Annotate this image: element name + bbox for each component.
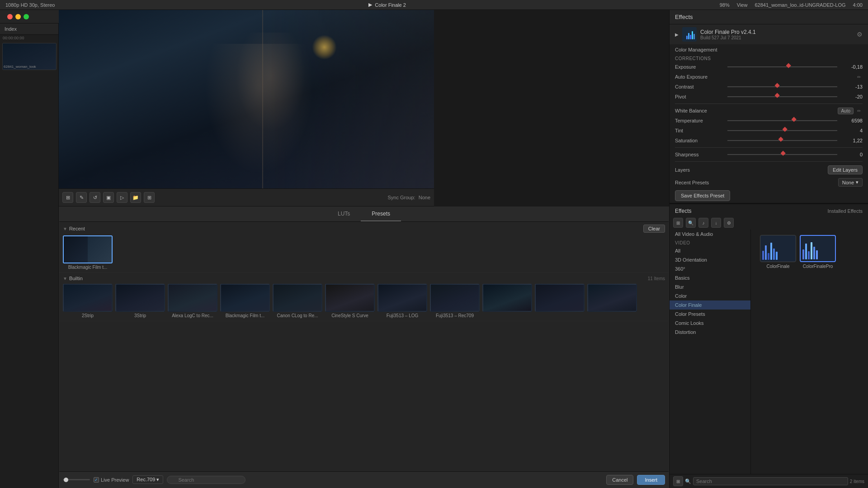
cfp-logo-icon xyxy=(682,27,697,42)
cancel-button[interactable]: Cancel xyxy=(606,475,633,485)
tool-btn-6[interactable]: 📁 xyxy=(130,192,141,203)
effects-search-grid-icon[interactable]: ⊞ xyxy=(673,476,683,486)
tool-btn-3[interactable]: ↺ xyxy=(90,192,100,203)
preset-thumb-fuji-log[interactable] xyxy=(377,284,427,312)
tool-btn-2[interactable]: ✎ xyxy=(76,192,87,203)
preset-thumb-alexa[interactable] xyxy=(168,284,217,312)
preset-thumb-extra2[interactable] xyxy=(535,284,585,312)
effects-icon-grid[interactable]: ⊞ xyxy=(673,218,683,228)
minimize-btn[interactable] xyxy=(15,14,21,19)
effects-item-all-video[interactable]: All Video & Audio xyxy=(670,230,750,239)
effects-item-color-finale[interactable]: Color Finale xyxy=(670,300,750,310)
preset-item-extra1[interactable] xyxy=(482,284,532,318)
preset-item-3strip[interactable]: 3Strip xyxy=(115,284,165,318)
top-bar-right: 98% View 62841_woman_loo..id-UNGRADED-LO… xyxy=(720,2,863,8)
clear-button[interactable]: Clear xyxy=(643,225,665,233)
effects-item-all[interactable]: All xyxy=(670,246,750,255)
cfp-header[interactable]: ▶ Color Finale Pro v2.4.1 Build 527 Jul … xyxy=(670,24,868,44)
param-slider-exposure[interactable] xyxy=(727,66,837,67)
search-input[interactable] xyxy=(167,476,245,484)
recent-header: ▼ Recent Clear xyxy=(63,225,665,233)
auto-exposure-edit-icon[interactable]: ✏ xyxy=(855,73,863,80)
effects-item-color[interactable]: Color xyxy=(670,291,750,300)
effects-item-basics[interactable]: Basics xyxy=(670,273,750,282)
tool-btn-5[interactable]: ▷ xyxy=(117,192,127,203)
effects-item-360[interactable]: 360° xyxy=(670,264,750,273)
param-slider-tint[interactable] xyxy=(727,130,837,131)
param-slider-sharpness[interactable] xyxy=(727,154,837,155)
save-effects-preset-button[interactable]: Save Effects Preset xyxy=(675,190,730,201)
live-preview-checkbox[interactable]: ✓ xyxy=(94,477,99,483)
insert-button[interactable]: Insert xyxy=(637,475,665,485)
tool-btn-1[interactable]: ⊞ xyxy=(62,192,73,203)
resolution-label: 1080p HD 30p, Stereo xyxy=(5,2,55,8)
divider-2 xyxy=(675,147,863,148)
preset-thumb-blackmagic[interactable] xyxy=(63,235,113,263)
preset-thumb-2strip[interactable] xyxy=(63,284,113,312)
auto-badge[interactable]: Auto xyxy=(838,108,854,114)
effects-icon-search[interactable]: 🔍 xyxy=(686,218,696,228)
effect-thumb-colorfinale[interactable] xyxy=(760,235,796,262)
tool-btn-4[interactable]: ▣ xyxy=(103,192,114,203)
live-preview-check[interactable]: ✓ Live Preview xyxy=(94,477,129,483)
maximize-btn[interactable] xyxy=(24,14,29,19)
param-slider-temperature[interactable] xyxy=(727,120,837,121)
effects-header: Effects xyxy=(670,10,868,24)
preset-thumb-cinestyle[interactable] xyxy=(325,284,375,312)
preset-item-blackmagic[interactable]: Blackmagic Film t... xyxy=(63,235,113,270)
effects-item-color-presets[interactable]: Color Presets xyxy=(670,310,750,319)
preset-thumb-extra3[interactable] xyxy=(587,284,637,312)
rec-dropdown[interactable]: Rec.709 ▾ xyxy=(132,475,163,484)
preset-item-blackmagic2[interactable]: Blackmagic Film t... xyxy=(220,284,270,318)
preset-thumb-fuji-rec709[interactable] xyxy=(430,284,480,312)
effects-item-3d[interactable]: 3D Orientation xyxy=(670,255,750,264)
preset-label-cinestyle: CineStyle S Curve xyxy=(331,313,368,318)
edit-layers-button[interactable]: Edit Layers xyxy=(828,165,863,174)
tool-btn-7[interactable]: ⊞ xyxy=(144,192,155,203)
preset-item-cinestyle[interactable]: CineStyle S Curve xyxy=(325,284,375,318)
preset-item-fuji-rec709[interactable]: Fuji3513 – Rec709 xyxy=(430,284,480,318)
preset-thumb-canon[interactable] xyxy=(273,284,322,312)
effects-item-distortion[interactable]: Distortion xyxy=(670,328,750,337)
rec-chevron-icon: ▾ xyxy=(156,477,159,482)
param-slider-saturation[interactable] xyxy=(727,140,837,141)
preset-label-2strip: 2Strip xyxy=(82,313,94,318)
recent-presets-dropdown[interactable]: None ▾ xyxy=(838,178,863,187)
preset-label-fuji-log: Fuji3513 – LOG xyxy=(387,313,419,318)
tint-slider-thumb xyxy=(783,127,788,132)
preset-item-2strip[interactable]: 2Strip xyxy=(63,284,113,318)
effects-search-input[interactable] xyxy=(693,477,848,485)
preset-item-extra2[interactable] xyxy=(535,284,585,318)
param-slider-contrast[interactable] xyxy=(727,86,837,87)
preset-thumb-3strip[interactable] xyxy=(115,284,165,312)
close-btn[interactable] xyxy=(7,14,13,19)
effects-icon-settings[interactable]: ⚙ xyxy=(724,218,734,228)
effects-item-blur[interactable]: Blur xyxy=(670,282,750,291)
param-slider-pivot[interactable] xyxy=(727,96,837,97)
effects-item-comic-looks[interactable]: Comic Looks xyxy=(670,319,750,328)
traffic-lights xyxy=(4,14,33,19)
effects-icon-audio[interactable]: ♪ xyxy=(698,218,708,228)
view-btn[interactable]: View xyxy=(737,2,748,8)
preview-slider[interactable] xyxy=(63,479,90,480)
rec-option-label: Rec.709 xyxy=(137,477,155,482)
preset-thumb-blackmagic2[interactable] xyxy=(220,284,270,312)
tab-presets[interactable]: Presets xyxy=(361,207,401,221)
effect-item-colorfinale-pro[interactable]: ColorFinalePro xyxy=(800,235,836,269)
effect-item-colorfinale[interactable]: ColorFinale xyxy=(760,235,796,269)
param-name-exposure: Exposure xyxy=(675,64,725,70)
preset-item-fuji-log[interactable]: Fuji3513 – LOG xyxy=(377,284,427,318)
param-name-tint: Tint xyxy=(675,128,725,133)
tab-luts[interactable]: LUTs xyxy=(327,207,361,221)
param-value-exposure: -0,18 xyxy=(840,64,863,70)
cfp-settings-icon[interactable]: ⚙ xyxy=(857,31,863,38)
effect-thumb-colorfinale-pro[interactable] xyxy=(800,235,836,262)
effects-icon-download[interactable]: ↓ xyxy=(711,218,721,228)
index-thumbnail[interactable]: 62841_woman_look xyxy=(2,43,57,70)
preset-item-alexa[interactable]: Alexa LogC to Rec... xyxy=(168,284,217,318)
preset-item-extra3[interactable] xyxy=(587,284,637,318)
recent-presets-value: None xyxy=(842,180,854,185)
preset-thumb-extra1[interactable] xyxy=(482,284,532,312)
white-balance-edit-icon[interactable]: ✏ xyxy=(855,107,863,114)
preset-item-canon[interactable]: Canon CLog to Re... xyxy=(273,284,322,318)
